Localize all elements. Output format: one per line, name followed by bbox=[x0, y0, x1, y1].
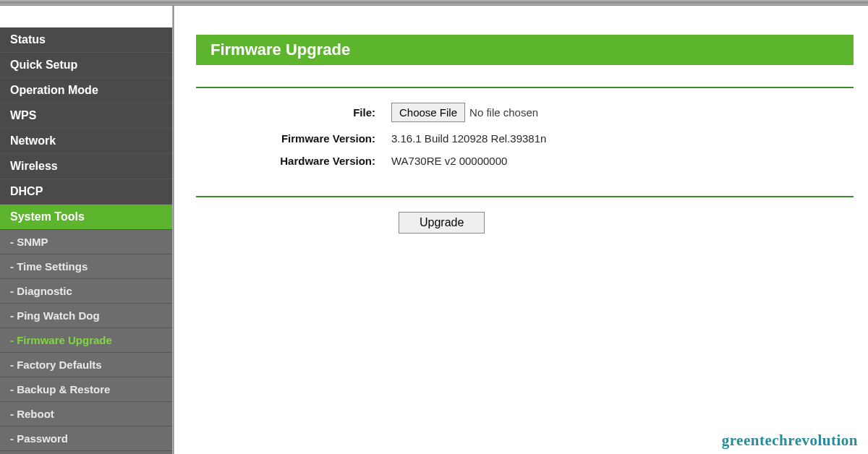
sidebar-item-diagnostic[interactable]: - Diagnostic bbox=[0, 279, 172, 304]
sidebar-item-status[interactable]: Status bbox=[0, 27, 172, 53]
no-file-chosen-text: No file chosen bbox=[469, 106, 538, 119]
sidebar-item-dhcp[interactable]: DHCP bbox=[0, 179, 172, 205]
sidebar-item-backup-restore[interactable]: - Backup & Restore bbox=[0, 377, 172, 402]
sidebar-item-firmware-upgrade[interactable]: - Firmware Upgrade bbox=[0, 328, 172, 353]
sidebar-item-reboot[interactable]: - Reboot bbox=[0, 402, 172, 427]
hardware-version-value: WA730RE v2 00000000 bbox=[391, 155, 507, 167]
sidebar-item-quick-setup[interactable]: Quick Setup bbox=[0, 53, 172, 78]
firmware-version-value: 3.16.1 Build 120928 Rel.39381n bbox=[391, 132, 546, 145]
file-label: File: bbox=[196, 106, 391, 119]
main-content: Firmware Upgrade File: Choose File No fi… bbox=[174, 6, 868, 454]
hardware-version-row: Hardware Version: WA730RE v2 00000000 bbox=[196, 155, 854, 167]
app-container: Status Quick Setup Operation Mode WPS Ne… bbox=[0, 6, 868, 454]
divider-line-top bbox=[196, 87, 854, 88]
sidebar: Status Quick Setup Operation Mode WPS Ne… bbox=[0, 6, 172, 454]
sidebar-item-time-settings[interactable]: - Time Settings bbox=[0, 254, 172, 279]
choose-file-button[interactable]: Choose File bbox=[391, 103, 465, 122]
sidebar-item-system-log[interactable]: - System Log bbox=[0, 451, 172, 454]
sidebar-item-wps[interactable]: WPS bbox=[0, 103, 172, 129]
sidebar-item-ping-watch-dog[interactable]: - Ping Watch Dog bbox=[0, 304, 172, 328]
upgrade-button[interactable]: Upgrade bbox=[399, 212, 485, 234]
firmware-version-row: Firmware Version: 3.16.1 Build 120928 Re… bbox=[196, 132, 854, 145]
watermark-text: greentechrevolution bbox=[722, 432, 858, 450]
sidebar-item-factory-defaults[interactable]: - Factory Defaults bbox=[0, 353, 172, 377]
sidebar-item-wireless[interactable]: Wireless bbox=[0, 154, 172, 179]
sidebar-item-network[interactable]: Network bbox=[0, 129, 172, 154]
sidebar-item-password[interactable]: - Password bbox=[0, 427, 172, 451]
sidebar-item-operation-mode[interactable]: Operation Mode bbox=[0, 78, 172, 103]
window-topbar bbox=[0, 0, 868, 6]
hardware-version-label: Hardware Version: bbox=[196, 155, 391, 167]
divider-line-bottom bbox=[196, 196, 854, 197]
sidebar-item-snmp[interactable]: - SNMP bbox=[0, 230, 172, 254]
firmware-version-label: Firmware Version: bbox=[196, 132, 391, 145]
file-row: File: Choose File No file chosen bbox=[196, 103, 854, 122]
sidebar-item-system-tools[interactable]: System Tools bbox=[0, 205, 172, 230]
page-title: Firmware Upgrade bbox=[196, 35, 854, 65]
